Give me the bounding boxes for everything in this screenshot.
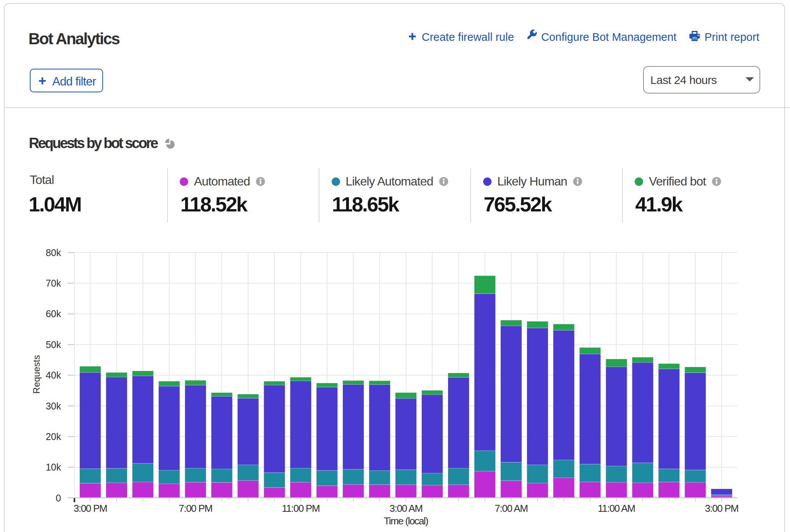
svg-text:50k: 50k: [46, 339, 61, 350]
svg-text:0: 0: [56, 493, 61, 503]
svg-text:7:00 AM: 7:00 AM: [495, 503, 527, 514]
svg-text:Requests: Requests: [31, 355, 42, 393]
svg-text:3:00 PM: 3:00 PM: [705, 503, 738, 514]
svg-text:70k: 70k: [46, 278, 61, 289]
svg-text:20k: 20k: [46, 431, 61, 442]
svg-text:7:00 PM: 7:00 PM: [179, 503, 212, 514]
svg-text:40k: 40k: [46, 370, 61, 380]
svg-text:80k: 80k: [46, 247, 61, 258]
svg-text:60k: 60k: [46, 308, 61, 319]
svg-text:11:00 PM: 11:00 PM: [282, 503, 319, 514]
svg-text:30k: 30k: [46, 401, 61, 411]
svg-text:10k: 10k: [46, 462, 61, 472]
svg-text:Time (local): Time (local): [384, 515, 429, 527]
svg-text:11:00 AM: 11:00 AM: [598, 503, 635, 514]
svg-text:3:00 PM: 3:00 PM: [74, 503, 107, 514]
svg-text:3:00 AM: 3:00 AM: [390, 503, 422, 514]
